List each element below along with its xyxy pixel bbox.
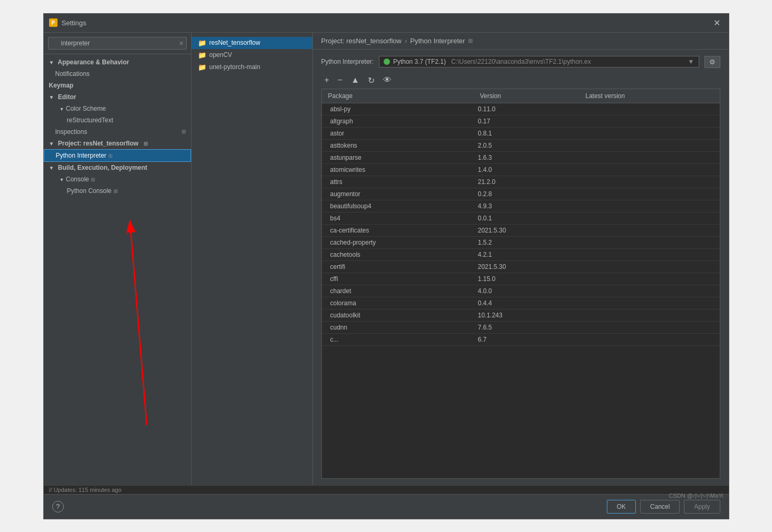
apply-button[interactable]: Apply bbox=[684, 500, 720, 514]
table-row[interactable]: astor 0.8.1 bbox=[322, 128, 720, 140]
table-row[interactable]: cudnn 7.6.5 bbox=[322, 322, 720, 334]
interpreter-gear-button[interactable]: ⚙ bbox=[704, 56, 720, 68]
bottom-right: OK Cancel Apply bbox=[607, 500, 720, 514]
cell-package: augmentor bbox=[328, 189, 476, 199]
interpreter-select[interactable]: Python 3.7 (TF2.1) C:\Users\22120\anacon… bbox=[379, 56, 699, 67]
sidebar: 🔍 ✕ ▼ Appearance & Behavior Notification… bbox=[44, 33, 192, 485]
table-row[interactable]: bs4 0.0.1 bbox=[322, 212, 720, 225]
cell-version: 4.0.0 bbox=[476, 286, 582, 296]
cell-version: 1.6.3 bbox=[476, 153, 582, 162]
cell-extra bbox=[698, 129, 713, 138]
sidebar-item-restructuredtext[interactable]: reStructuredText bbox=[44, 114, 191, 126]
project-settings-icon: ⊞ bbox=[144, 141, 148, 147]
refresh-button[interactable]: ↻ bbox=[365, 74, 378, 86]
nav-tree: ▼ Appearance & Behavior Notifications Ke… bbox=[44, 54, 191, 485]
cell-extra bbox=[698, 311, 713, 320]
cell-extra bbox=[698, 262, 713, 272]
sidebar-item-editor[interactable]: ▼ Editor bbox=[44, 91, 191, 103]
python-interpreter-settings-icon: ⊞ bbox=[108, 153, 112, 159]
cell-version: 6.7 bbox=[476, 335, 582, 344]
cell-latest bbox=[582, 226, 698, 235]
search-input[interactable] bbox=[48, 37, 187, 50]
table-row[interactable]: cudatoolkit 10.1.243 bbox=[322, 309, 720, 322]
cell-latest bbox=[582, 286, 698, 296]
table-row[interactable]: atomicwrites 1.4.0 bbox=[322, 164, 720, 176]
cell-extra bbox=[698, 165, 713, 175]
table-row[interactable]: certifi 2021.5.30 bbox=[322, 261, 720, 273]
cell-package: cachetools bbox=[328, 250, 476, 259]
table-row[interactable]: augmentor 0.2.8 bbox=[322, 188, 720, 200]
cell-version: 1.5.2 bbox=[476, 238, 582, 247]
cell-package: cudatoolkit bbox=[328, 311, 476, 320]
cell-version: 21.2.0 bbox=[476, 177, 582, 187]
cell-latest bbox=[582, 153, 698, 162]
cell-package: certifi bbox=[328, 262, 476, 272]
sidebar-item-keymap[interactable]: Keymap bbox=[44, 80, 191, 91]
sidebar-item-appearance-behavior[interactable]: ▼ Appearance & Behavior bbox=[44, 56, 191, 68]
clear-search-icon[interactable]: ✕ bbox=[179, 40, 184, 46]
cell-latest bbox=[582, 117, 698, 126]
cell-package: cffi bbox=[328, 274, 476, 284]
table-row[interactable]: absl-py 0.11.0 bbox=[322, 103, 720, 115]
cell-package: attrs bbox=[328, 177, 476, 187]
cell-latest bbox=[582, 250, 698, 259]
project-item-unet[interactable]: 📁 unet-pytorch-main bbox=[192, 61, 312, 73]
table-row[interactable]: cffi 1.15.0 bbox=[322, 273, 720, 285]
table-row[interactable]: astunparse 1.6.3 bbox=[322, 152, 720, 164]
cell-package: astor bbox=[328, 129, 476, 138]
interpreter-label: Python Interpreter: bbox=[321, 58, 374, 65]
table-row[interactable]: cachetools 4.2.1 bbox=[322, 249, 720, 261]
up-button[interactable]: ▲ bbox=[348, 74, 363, 86]
cell-package: atomicwrites bbox=[328, 165, 476, 175]
settings-dialog: P Settings ✕ 🔍 ✕ ▼ Appearance & Behavior bbox=[43, 13, 729, 519]
col-header-latest: Latest version bbox=[584, 91, 700, 101]
cell-extra bbox=[698, 153, 713, 162]
sidebar-item-python-console[interactable]: Python Console ⊞ bbox=[44, 185, 191, 197]
sidebar-item-console[interactable]: ▼ Console ⊞ bbox=[44, 173, 191, 185]
breadcrumb-separator: › bbox=[405, 37, 407, 45]
table-row[interactable]: cached-property 1.5.2 bbox=[322, 237, 720, 249]
cell-latest bbox=[582, 141, 698, 150]
sidebar-item-python-interpreter[interactable]: Python Interpreter ⊞ bbox=[44, 149, 191, 162]
sidebar-item-build-execution[interactable]: ▼ Build, Execution, Deployment bbox=[44, 162, 191, 173]
folder-icon-opencv: 📁 bbox=[198, 51, 206, 59]
help-button[interactable]: ? bbox=[52, 501, 64, 512]
cell-version: 7.6.5 bbox=[476, 323, 582, 332]
table-row[interactable]: c... 6.7 bbox=[322, 334, 720, 346]
cell-version: 0.8.1 bbox=[476, 129, 582, 138]
cell-version: 4.9.3 bbox=[476, 201, 582, 211]
show-all-button[interactable]: 👁 bbox=[380, 74, 395, 86]
table-row[interactable]: attrs 21.2.0 bbox=[322, 176, 720, 188]
interpreter-row: Python Interpreter: Python 3.7 (TF2.1) C… bbox=[321, 56, 720, 68]
interpreter-path: C:\Users\22120\anaconda3\envs\TF2.1\pyth… bbox=[451, 58, 591, 65]
table-row[interactable]: ca-certificates 2021.5.30 bbox=[322, 225, 720, 237]
bottom-bar: ? OK Cancel Apply bbox=[44, 494, 729, 519]
table-row[interactable]: beautifulsoup4 4.9.3 bbox=[322, 200, 720, 212]
title-bar: P Settings ✕ bbox=[44, 14, 729, 33]
cell-extra bbox=[698, 298, 713, 308]
table-row[interactable]: colorama 0.4.4 bbox=[322, 297, 720, 309]
cell-package: astunparse bbox=[328, 153, 476, 162]
sidebar-item-notifications[interactable]: Notifications bbox=[44, 68, 191, 80]
cell-latest bbox=[582, 104, 698, 114]
table-row[interactable]: chardet 4.0.0 bbox=[322, 285, 720, 297]
cell-latest bbox=[582, 323, 698, 332]
cell-package: absl-py bbox=[328, 104, 476, 114]
table-row[interactable]: asttokens 2.0.5 bbox=[322, 140, 720, 152]
cell-package: chardet bbox=[328, 286, 476, 296]
sidebar-item-inspections[interactable]: Inspections ⊞ bbox=[44, 126, 191, 138]
interpreter-name: Python 3.7 (TF2.1) bbox=[393, 58, 446, 65]
sidebar-item-project[interactable]: ▼ Project: resNet_tensorflow ⊞ bbox=[44, 138, 191, 149]
remove-package-button[interactable]: − bbox=[335, 74, 346, 86]
cancel-button[interactable]: Cancel bbox=[640, 500, 680, 514]
add-package-button[interactable]: + bbox=[321, 74, 332, 86]
close-button[interactable]: ✕ bbox=[710, 17, 723, 29]
table-row[interactable]: altgraph 0.17 bbox=[322, 115, 720, 128]
cell-version: 0.2.8 bbox=[476, 189, 582, 199]
sidebar-item-color-scheme[interactable]: ▼ Color Scheme bbox=[44, 103, 191, 114]
breadcrumb-current: Python Interpreter bbox=[410, 37, 465, 45]
project-item-resnet[interactable]: 📁 resNet_tensorflow bbox=[192, 37, 312, 49]
cell-latest bbox=[582, 262, 698, 272]
project-item-opencv[interactable]: 📁 openCV bbox=[192, 49, 312, 61]
ok-button[interactable]: OK bbox=[607, 500, 636, 514]
